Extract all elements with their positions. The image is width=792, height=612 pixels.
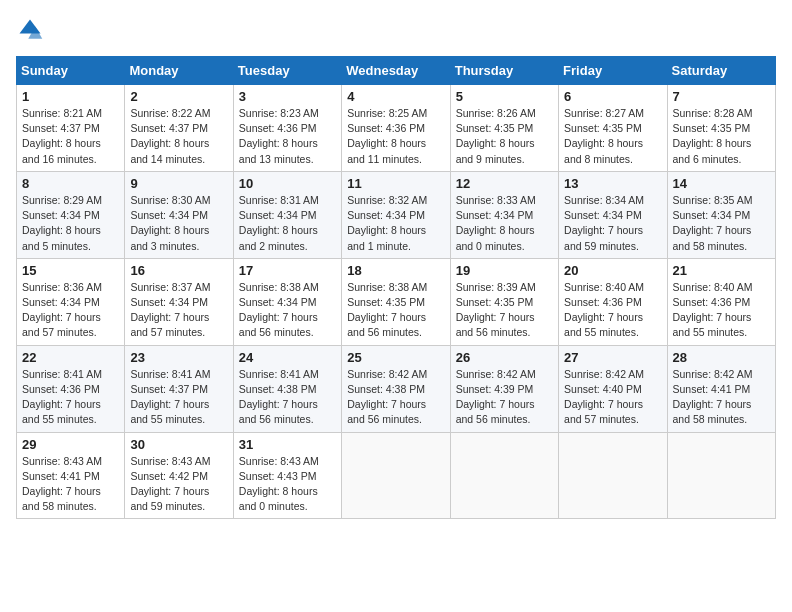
day-number: 10	[239, 176, 336, 191]
day-detail: Sunrise: 8:30 AMSunset: 4:34 PMDaylight:…	[130, 193, 227, 254]
day-number: 8	[22, 176, 119, 191]
day-detail: Sunrise: 8:41 AMSunset: 4:37 PMDaylight:…	[130, 367, 227, 428]
day-number: 7	[673, 89, 770, 104]
calendar-week-1: 1Sunrise: 8:21 AMSunset: 4:37 PMDaylight…	[17, 85, 776, 172]
calendar-header-row: SundayMondayTuesdayWednesdayThursdayFrid…	[17, 57, 776, 85]
day-number: 6	[564, 89, 661, 104]
day-detail: Sunrise: 8:40 AMSunset: 4:36 PMDaylight:…	[564, 280, 661, 341]
day-detail: Sunrise: 8:22 AMSunset: 4:37 PMDaylight:…	[130, 106, 227, 167]
day-detail: Sunrise: 8:40 AMSunset: 4:36 PMDaylight:…	[673, 280, 770, 341]
calendar-cell: 12Sunrise: 8:33 AMSunset: 4:34 PMDayligh…	[450, 171, 558, 258]
day-header-thursday: Thursday	[450, 57, 558, 85]
day-detail: Sunrise: 8:36 AMSunset: 4:34 PMDaylight:…	[22, 280, 119, 341]
calendar-cell: 15Sunrise: 8:36 AMSunset: 4:34 PMDayligh…	[17, 258, 125, 345]
calendar-cell: 16Sunrise: 8:37 AMSunset: 4:34 PMDayligh…	[125, 258, 233, 345]
day-detail: Sunrise: 8:38 AMSunset: 4:35 PMDaylight:…	[347, 280, 444, 341]
day-detail: Sunrise: 8:26 AMSunset: 4:35 PMDaylight:…	[456, 106, 553, 167]
calendar-cell: 23Sunrise: 8:41 AMSunset: 4:37 PMDayligh…	[125, 345, 233, 432]
day-detail: Sunrise: 8:43 AMSunset: 4:42 PMDaylight:…	[130, 454, 227, 515]
day-number: 11	[347, 176, 444, 191]
calendar-cell	[450, 432, 558, 519]
calendar-week-4: 22Sunrise: 8:41 AMSunset: 4:36 PMDayligh…	[17, 345, 776, 432]
calendar-week-5: 29Sunrise: 8:43 AMSunset: 4:41 PMDayligh…	[17, 432, 776, 519]
day-header-sunday: Sunday	[17, 57, 125, 85]
calendar-cell	[667, 432, 775, 519]
day-detail: Sunrise: 8:23 AMSunset: 4:36 PMDaylight:…	[239, 106, 336, 167]
day-number: 15	[22, 263, 119, 278]
day-number: 13	[564, 176, 661, 191]
day-detail: Sunrise: 8:21 AMSunset: 4:37 PMDaylight:…	[22, 106, 119, 167]
logo-icon	[16, 16, 44, 44]
day-number: 30	[130, 437, 227, 452]
day-number: 5	[456, 89, 553, 104]
day-number: 12	[456, 176, 553, 191]
day-header-tuesday: Tuesday	[233, 57, 341, 85]
calendar-cell: 24Sunrise: 8:41 AMSunset: 4:38 PMDayligh…	[233, 345, 341, 432]
calendar-week-2: 8Sunrise: 8:29 AMSunset: 4:34 PMDaylight…	[17, 171, 776, 258]
day-number: 31	[239, 437, 336, 452]
page-header	[16, 16, 776, 44]
day-number: 29	[22, 437, 119, 452]
day-number: 26	[456, 350, 553, 365]
day-header-friday: Friday	[559, 57, 667, 85]
day-number: 18	[347, 263, 444, 278]
day-number: 23	[130, 350, 227, 365]
day-detail: Sunrise: 8:31 AMSunset: 4:34 PMDaylight:…	[239, 193, 336, 254]
calendar-cell: 30Sunrise: 8:43 AMSunset: 4:42 PMDayligh…	[125, 432, 233, 519]
calendar-cell: 22Sunrise: 8:41 AMSunset: 4:36 PMDayligh…	[17, 345, 125, 432]
day-detail: Sunrise: 8:33 AMSunset: 4:34 PMDaylight:…	[456, 193, 553, 254]
day-detail: Sunrise: 8:39 AMSunset: 4:35 PMDaylight:…	[456, 280, 553, 341]
day-number: 17	[239, 263, 336, 278]
calendar-table: SundayMondayTuesdayWednesdayThursdayFrid…	[16, 56, 776, 519]
day-number: 9	[130, 176, 227, 191]
day-number: 3	[239, 89, 336, 104]
calendar-cell: 10Sunrise: 8:31 AMSunset: 4:34 PMDayligh…	[233, 171, 341, 258]
day-detail: Sunrise: 8:27 AMSunset: 4:35 PMDaylight:…	[564, 106, 661, 167]
day-number: 4	[347, 89, 444, 104]
day-header-saturday: Saturday	[667, 57, 775, 85]
calendar-cell: 11Sunrise: 8:32 AMSunset: 4:34 PMDayligh…	[342, 171, 450, 258]
day-number: 20	[564, 263, 661, 278]
day-number: 2	[130, 89, 227, 104]
calendar-cell: 20Sunrise: 8:40 AMSunset: 4:36 PMDayligh…	[559, 258, 667, 345]
calendar-cell: 19Sunrise: 8:39 AMSunset: 4:35 PMDayligh…	[450, 258, 558, 345]
calendar-cell: 13Sunrise: 8:34 AMSunset: 4:34 PMDayligh…	[559, 171, 667, 258]
day-detail: Sunrise: 8:28 AMSunset: 4:35 PMDaylight:…	[673, 106, 770, 167]
day-number: 22	[22, 350, 119, 365]
day-header-monday: Monday	[125, 57, 233, 85]
day-detail: Sunrise: 8:42 AMSunset: 4:40 PMDaylight:…	[564, 367, 661, 428]
day-detail: Sunrise: 8:41 AMSunset: 4:36 PMDaylight:…	[22, 367, 119, 428]
calendar-cell: 25Sunrise: 8:42 AMSunset: 4:38 PMDayligh…	[342, 345, 450, 432]
logo	[16, 16, 48, 44]
calendar-cell	[342, 432, 450, 519]
calendar-cell: 21Sunrise: 8:40 AMSunset: 4:36 PMDayligh…	[667, 258, 775, 345]
day-detail: Sunrise: 8:37 AMSunset: 4:34 PMDaylight:…	[130, 280, 227, 341]
day-detail: Sunrise: 8:29 AMSunset: 4:34 PMDaylight:…	[22, 193, 119, 254]
day-detail: Sunrise: 8:35 AMSunset: 4:34 PMDaylight:…	[673, 193, 770, 254]
calendar-cell: 2Sunrise: 8:22 AMSunset: 4:37 PMDaylight…	[125, 85, 233, 172]
calendar-cell: 27Sunrise: 8:42 AMSunset: 4:40 PMDayligh…	[559, 345, 667, 432]
day-detail: Sunrise: 8:42 AMSunset: 4:41 PMDaylight:…	[673, 367, 770, 428]
day-detail: Sunrise: 8:25 AMSunset: 4:36 PMDaylight:…	[347, 106, 444, 167]
day-detail: Sunrise: 8:32 AMSunset: 4:34 PMDaylight:…	[347, 193, 444, 254]
calendar-cell: 14Sunrise: 8:35 AMSunset: 4:34 PMDayligh…	[667, 171, 775, 258]
day-detail: Sunrise: 8:34 AMSunset: 4:34 PMDaylight:…	[564, 193, 661, 254]
calendar-cell	[559, 432, 667, 519]
day-detail: Sunrise: 8:38 AMSunset: 4:34 PMDaylight:…	[239, 280, 336, 341]
day-number: 1	[22, 89, 119, 104]
day-number: 27	[564, 350, 661, 365]
day-number: 24	[239, 350, 336, 365]
calendar-cell: 6Sunrise: 8:27 AMSunset: 4:35 PMDaylight…	[559, 85, 667, 172]
calendar-cell: 8Sunrise: 8:29 AMSunset: 4:34 PMDaylight…	[17, 171, 125, 258]
calendar-cell: 3Sunrise: 8:23 AMSunset: 4:36 PMDaylight…	[233, 85, 341, 172]
day-header-wednesday: Wednesday	[342, 57, 450, 85]
day-number: 28	[673, 350, 770, 365]
calendar-cell: 4Sunrise: 8:25 AMSunset: 4:36 PMDaylight…	[342, 85, 450, 172]
day-number: 16	[130, 263, 227, 278]
day-detail: Sunrise: 8:42 AMSunset: 4:39 PMDaylight:…	[456, 367, 553, 428]
calendar-cell: 7Sunrise: 8:28 AMSunset: 4:35 PMDaylight…	[667, 85, 775, 172]
day-detail: Sunrise: 8:41 AMSunset: 4:38 PMDaylight:…	[239, 367, 336, 428]
day-number: 25	[347, 350, 444, 365]
day-number: 14	[673, 176, 770, 191]
calendar-week-3: 15Sunrise: 8:36 AMSunset: 4:34 PMDayligh…	[17, 258, 776, 345]
